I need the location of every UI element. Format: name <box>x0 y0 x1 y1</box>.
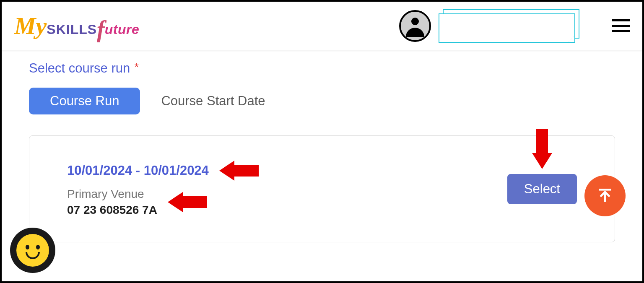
feedback-button[interactable] <box>10 228 55 273</box>
select-button[interactable]: Select <box>507 174 577 204</box>
hamburger-menu-icon[interactable] <box>612 19 630 32</box>
section-title: Select course run <box>29 61 130 75</box>
smiley-icon <box>16 234 49 267</box>
arrow-left-icon <box>219 161 261 180</box>
tab-course-start-date[interactable]: Course Start Date <box>161 93 265 109</box>
arrow-left-icon <box>168 193 210 212</box>
logo-future-f: f <box>97 16 105 43</box>
select-container: Select <box>507 174 577 204</box>
date-range: 10/01/2024 - 10/01/2024 <box>67 163 209 178</box>
venue-value: 07 23 608526 7A <box>67 203 157 217</box>
profile-icon[interactable] <box>399 10 431 42</box>
venue-row: Primary Venue 07 23 608526 7A <box>67 187 261 217</box>
main-content: Select course run * Course Run Course St… <box>2 50 642 253</box>
section-heading: Select course run * <box>29 61 615 76</box>
date-row: 10/01/2024 - 10/01/2024 <box>67 161 261 180</box>
card-info: 10/01/2024 - 10/01/2024 Primary Venue 07… <box>67 161 261 217</box>
user-info-box[interactable] <box>439 9 579 43</box>
venue-label: Primary Venue <box>67 187 157 201</box>
course-run-card: 10/01/2024 - 10/01/2024 Primary Venue 07… <box>29 135 615 242</box>
required-indicator: * <box>135 61 139 73</box>
tabs: Course Run Course Start Date <box>29 88 615 114</box>
arrow-down-icon <box>532 129 553 169</box>
logo-my: My <box>14 12 47 40</box>
logo-skills: SKILLS <box>47 22 97 37</box>
scroll-to-top-button[interactable] <box>584 175 626 216</box>
tab-course-run[interactable]: Course Run <box>29 88 140 114</box>
logo[interactable]: My SKILLS f uture <box>14 12 139 40</box>
header-right <box>399 9 630 43</box>
logo-future: uture <box>105 22 140 37</box>
header: My SKILLS f uture <box>2 2 642 50</box>
arrow-up-icon <box>596 187 614 205</box>
